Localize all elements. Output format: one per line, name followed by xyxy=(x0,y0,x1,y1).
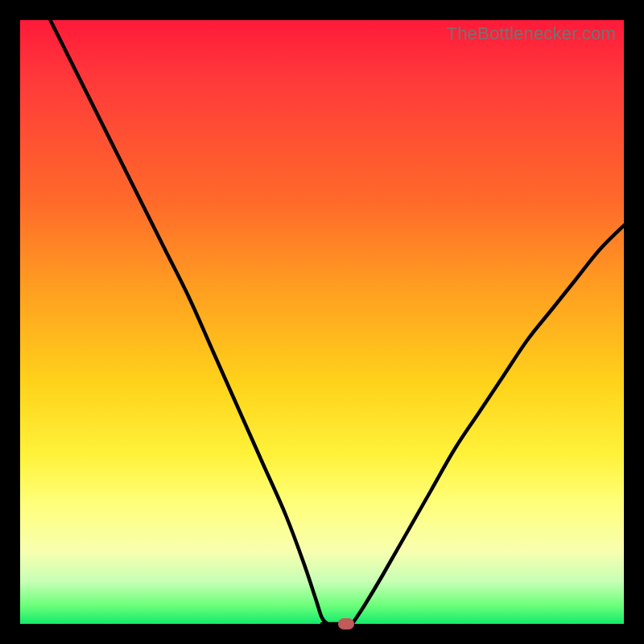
optimum-marker xyxy=(338,618,354,630)
plot-area: TheBottlenecker.com xyxy=(20,20,624,624)
curve-path xyxy=(51,20,625,625)
bottleneck-curve xyxy=(20,20,624,624)
chart-frame: TheBottlenecker.com xyxy=(0,0,644,644)
